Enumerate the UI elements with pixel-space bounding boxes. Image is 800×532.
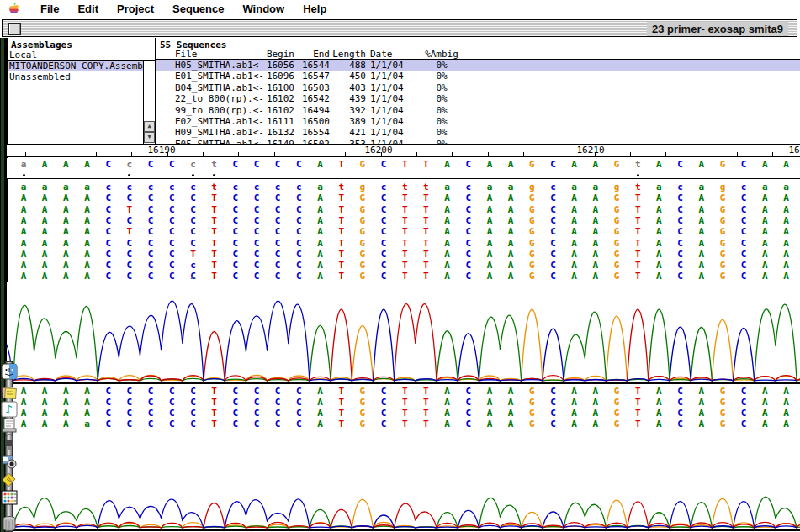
base-cell[interactable]: A bbox=[501, 387, 522, 397]
base-cell[interactable]: C bbox=[543, 227, 564, 237]
base-cell[interactable]: A bbox=[34, 271, 56, 282]
base-cell[interactable]: T bbox=[331, 408, 352, 419]
base-row[interactable]: AAAACCCCCTCCCCATGCTTACAAGCAAGTACAGCAA bbox=[7, 239, 800, 250]
base-cell[interactable]: a bbox=[13, 182, 34, 192]
base-cell[interactable]: C bbox=[162, 271, 183, 282]
base-cell[interactable]: G bbox=[607, 387, 628, 397]
base-cell[interactable]: A bbox=[755, 227, 776, 237]
base-cell[interactable]: C bbox=[162, 227, 183, 237]
base-cell[interactable]: C bbox=[246, 419, 267, 429]
base-cell[interactable]: A bbox=[564, 261, 585, 271]
base-cell[interactable]: A bbox=[755, 408, 776, 419]
base-cell[interactable]: G bbox=[712, 239, 733, 249]
base-cell[interactable]: A bbox=[437, 419, 458, 429]
base-cell[interactable]: C bbox=[458, 387, 479, 397]
base-cell[interactable]: C bbox=[140, 227, 162, 237]
base-cell[interactable]: C bbox=[543, 271, 564, 282]
base-cell[interactable]: C bbox=[162, 205, 183, 215]
base-cell[interactable]: a bbox=[56, 182, 77, 192]
base-cell[interactable]: C bbox=[140, 271, 162, 282]
base-cell[interactable]: A bbox=[310, 227, 331, 237]
base-cell[interactable]: A bbox=[691, 227, 712, 237]
sequence-table-row[interactable]: B04_SMITHA.ab1<-16100165034031/1/040% bbox=[156, 82, 800, 93]
base-cell[interactable]: C bbox=[119, 216, 140, 226]
base-cell[interactable]: A bbox=[310, 193, 331, 203]
base-cell[interactable]: G bbox=[607, 398, 628, 408]
base-cell[interactable]: G bbox=[607, 250, 628, 260]
base-cell[interactable]: T bbox=[331, 205, 352, 215]
base-cell[interactable]: C bbox=[162, 193, 183, 203]
base-cell[interactable]: G bbox=[712, 387, 733, 397]
base-cell[interactable]: T bbox=[204, 216, 225, 226]
base-cell[interactable]: T bbox=[204, 261, 225, 271]
base-cell[interactable]: G bbox=[352, 193, 373, 203]
base-cell[interactable]: A bbox=[77, 398, 98, 408]
base-cell[interactable]: C bbox=[458, 398, 479, 408]
base-cell[interactable]: T bbox=[628, 408, 649, 419]
base-cell[interactable]: T bbox=[204, 271, 225, 282]
base-cell[interactable]: C bbox=[289, 271, 310, 282]
base-cell[interactable]: C bbox=[374, 408, 395, 419]
base-cell[interactable]: C bbox=[246, 408, 267, 419]
base-cell[interactable]: A bbox=[649, 250, 670, 260]
base-cell[interactable]: c bbox=[246, 182, 267, 192]
base-cell[interactable]: T bbox=[183, 250, 204, 260]
base-cell[interactable]: C bbox=[268, 239, 289, 249]
base-cell[interactable]: C bbox=[374, 261, 395, 271]
base-cell[interactable]: a bbox=[34, 182, 56, 192]
base-cell[interactable]: A bbox=[56, 160, 77, 170]
base-cell[interactable]: T bbox=[204, 205, 225, 215]
base-cell[interactable]: A bbox=[77, 387, 98, 397]
base-cell[interactable]: C bbox=[183, 227, 204, 237]
base-cell[interactable]: A bbox=[776, 227, 797, 237]
base-cell[interactable]: C bbox=[543, 408, 564, 419]
base-cell[interactable]: A bbox=[564, 387, 585, 397]
base-cell[interactable]: A bbox=[56, 205, 77, 215]
chromatogram-trace-1[interactable] bbox=[7, 282, 800, 385]
base-cell[interactable]: G bbox=[522, 408, 543, 419]
base-cell[interactable]: C bbox=[225, 261, 246, 271]
menu-item-sequence[interactable]: Sequence bbox=[163, 3, 233, 15]
base-cell[interactable]: G bbox=[352, 398, 373, 408]
base-cell[interactable]: C bbox=[246, 271, 267, 282]
base-cell[interactable]: A bbox=[310, 387, 331, 397]
base-cell[interactable]: a bbox=[479, 182, 500, 192]
base-cell[interactable]: C bbox=[119, 271, 140, 282]
base-cell[interactable]: A bbox=[564, 193, 585, 203]
base-cell[interactable]: C bbox=[734, 271, 755, 282]
base-cell[interactable]: t bbox=[628, 160, 649, 170]
base-cell[interactable]: C bbox=[225, 160, 246, 170]
base-cell[interactable]: C bbox=[289, 239, 310, 249]
base-cell[interactable]: A bbox=[691, 387, 712, 397]
base-cell[interactable]: A bbox=[56, 227, 77, 237]
base-cell[interactable]: C bbox=[289, 193, 310, 203]
base-cell[interactable]: C bbox=[670, 160, 691, 170]
base-cell[interactable]: C bbox=[225, 271, 246, 282]
base-cell[interactable]: A bbox=[564, 216, 585, 226]
base-cell[interactable]: C bbox=[670, 408, 691, 419]
base-cell[interactable]: A bbox=[776, 419, 797, 429]
base-cell[interactable]: C bbox=[225, 387, 246, 397]
base-row[interactable]: AAAACCCCcTCCCCATGCTTACAAGCAAGTACAGCAA bbox=[7, 261, 800, 271]
base-cell[interactable]: A bbox=[564, 408, 585, 419]
base-cell[interactable]: A bbox=[56, 408, 77, 419]
base-cell[interactable]: T bbox=[395, 227, 416, 237]
base-cell[interactable]: A bbox=[13, 271, 34, 282]
base-cell[interactable]: t bbox=[628, 182, 649, 192]
base-cell[interactable]: A bbox=[776, 205, 797, 215]
base-cell[interactable]: C bbox=[268, 419, 289, 429]
base-cell[interactable]: A bbox=[585, 193, 606, 203]
base-cell[interactable]: A bbox=[649, 227, 670, 237]
base-cell[interactable]: C bbox=[734, 419, 755, 429]
documents-icon[interactable] bbox=[1, 417, 18, 434]
base-cell[interactable]: A bbox=[13, 205, 34, 215]
base-cell[interactable]: A bbox=[585, 398, 606, 408]
base-cell[interactable]: A bbox=[649, 398, 670, 408]
base-cell[interactable]: A bbox=[56, 193, 77, 203]
base-cell[interactable]: C bbox=[162, 250, 183, 260]
scroll-down-button[interactable]: ▼ bbox=[144, 132, 155, 143]
window-title-bar[interactable]: 23 primer- exosap smita9 bbox=[2, 19, 797, 37]
base-cell[interactable]: A bbox=[77, 193, 98, 203]
base-cell[interactable]: C bbox=[162, 419, 183, 429]
base-cell[interactable]: A bbox=[479, 387, 500, 397]
